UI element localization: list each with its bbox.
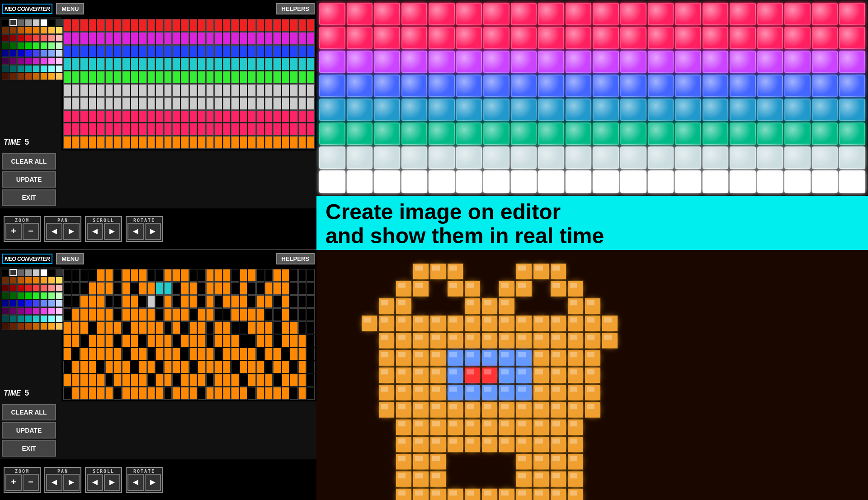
top-menu-button[interactable]: MENU xyxy=(56,3,84,14)
pixel-cell[interactable] xyxy=(290,374,298,387)
pixel-cell[interactable] xyxy=(198,110,206,123)
pixel-cell[interactable] xyxy=(231,110,239,123)
pixel-cell[interactable] xyxy=(181,45,189,58)
pixel-cell[interactable] xyxy=(265,71,273,84)
palette-color-swatch[interactable] xyxy=(17,292,24,299)
pixel-cell[interactable] xyxy=(181,58,189,71)
pixel-cell[interactable] xyxy=(307,84,315,97)
pixel-cell[interactable] xyxy=(240,136,248,149)
pixel-cell[interactable] xyxy=(72,335,80,347)
pixel-cell[interactable] xyxy=(113,97,122,110)
pixel-cell[interactable] xyxy=(156,308,164,321)
pixel-cell[interactable] xyxy=(164,84,172,97)
pixel-cell[interactable] xyxy=(206,45,214,58)
pixel-cell[interactable] xyxy=(97,308,105,321)
pixel-cell[interactable] xyxy=(181,295,189,308)
pixel-cell[interactable] xyxy=(198,348,206,360)
pixel-cell[interactable] xyxy=(290,58,298,71)
pixel-cell[interactable] xyxy=(131,32,139,45)
palette-color-swatch[interactable] xyxy=(25,323,32,330)
palette-color-swatch[interactable] xyxy=(9,27,17,34)
pixel-cell[interactable] xyxy=(206,123,214,136)
pixel-cell[interactable] xyxy=(206,97,214,110)
palette-color-swatch[interactable] xyxy=(25,269,32,276)
pixel-cell[interactable] xyxy=(273,84,281,97)
pixel-cell[interactable] xyxy=(273,19,281,32)
pixel-cell[interactable] xyxy=(282,374,290,387)
pixel-cell[interactable] xyxy=(147,335,156,347)
palette-color-swatch[interactable] xyxy=(25,27,32,34)
pixel-cell[interactable] xyxy=(189,45,198,58)
pixel-cell[interactable] xyxy=(172,110,180,123)
pixel-cell[interactable] xyxy=(307,348,315,360)
tool-pan-btn2[interactable]: ► xyxy=(63,474,80,491)
pixel-cell[interactable] xyxy=(181,361,189,373)
pixel-cell[interactable] xyxy=(113,84,122,97)
pixel-cell[interactable] xyxy=(172,374,180,387)
pixel-cell[interactable] xyxy=(105,110,113,123)
palette-color-swatch[interactable] xyxy=(9,57,17,65)
pixel-cell[interactable] xyxy=(240,32,248,45)
pixel-cell[interactable] xyxy=(189,335,198,347)
pixel-cell[interactable] xyxy=(248,97,256,110)
pixel-cell[interactable] xyxy=(189,269,198,282)
pixel-cell[interactable] xyxy=(164,295,172,308)
pixel-cell[interactable] xyxy=(265,282,273,295)
pixel-cell[interactable] xyxy=(290,97,298,110)
pixel-cell[interactable] xyxy=(105,269,113,282)
pixel-cell[interactable] xyxy=(189,282,198,295)
pixel-cell[interactable] xyxy=(105,348,113,360)
tool-pan-btn2[interactable]: ► xyxy=(63,223,80,240)
pixel-cell[interactable] xyxy=(131,45,139,58)
palette-color-swatch[interactable] xyxy=(40,315,47,322)
pixel-cell[interactable] xyxy=(72,361,80,373)
pixel-cell[interactable] xyxy=(89,19,97,32)
tool-rotate-btn2[interactable]: ► xyxy=(145,474,161,491)
pixel-cell[interactable] xyxy=(147,295,156,308)
pixel-cell[interactable] xyxy=(298,32,307,45)
pixel-cell[interactable] xyxy=(139,58,147,71)
pixel-cell[interactable] xyxy=(172,58,180,71)
pixel-cell[interactable] xyxy=(298,295,307,308)
palette-color-swatch[interactable] xyxy=(9,284,17,292)
pixel-cell[interactable] xyxy=(105,32,113,45)
pixel-cell[interactable] xyxy=(139,123,147,136)
palette-color-swatch[interactable] xyxy=(2,292,9,299)
tool-pan-btn1[interactable]: ◄ xyxy=(46,223,62,240)
pixel-cell[interactable] xyxy=(89,71,97,84)
pixel-cell[interactable] xyxy=(223,58,231,71)
pixel-cell[interactable] xyxy=(189,361,198,373)
pixel-cell[interactable] xyxy=(307,387,315,400)
pixel-cell[interactable] xyxy=(240,269,248,282)
pixel-cell[interactable] xyxy=(231,335,239,347)
pixel-cell[interactable] xyxy=(231,308,239,321)
pixel-cell[interactable] xyxy=(214,136,222,149)
pixel-cell[interactable] xyxy=(248,45,256,58)
palette-color-swatch[interactable] xyxy=(2,300,9,307)
palette-color-swatch[interactable] xyxy=(25,284,32,292)
top-exit-button[interactable]: EXIT xyxy=(2,189,56,206)
pixel-cell[interactable] xyxy=(307,136,315,149)
pixel-cell[interactable] xyxy=(131,84,139,97)
pixel-cell[interactable] xyxy=(164,110,172,123)
palette-color-swatch[interactable] xyxy=(40,307,47,315)
pixel-cell[interactable] xyxy=(156,335,164,347)
pixel-cell[interactable] xyxy=(298,348,307,360)
pixel-cell[interactable] xyxy=(131,335,139,347)
pixel-cell[interactable] xyxy=(63,97,71,110)
pixel-cell[interactable] xyxy=(172,361,180,373)
pixel-cell[interactable] xyxy=(139,374,147,387)
pixel-cell[interactable] xyxy=(122,387,130,400)
pixel-cell[interactable] xyxy=(89,45,97,58)
palette-color-swatch[interactable] xyxy=(9,277,17,284)
pixel-cell[interactable] xyxy=(63,321,71,334)
palette-color-swatch[interactable] xyxy=(17,19,24,26)
pixel-cell[interactable] xyxy=(298,361,307,373)
pixel-cell[interactable] xyxy=(290,269,298,282)
pixel-cell[interactable] xyxy=(290,348,298,360)
pixel-cell[interactable] xyxy=(97,335,105,347)
bottom-exit-button[interactable]: EXIT xyxy=(2,440,56,457)
pixel-cell[interactable] xyxy=(298,71,307,84)
palette-color-swatch[interactable] xyxy=(25,42,32,49)
pixel-cell[interactable] xyxy=(139,295,147,308)
